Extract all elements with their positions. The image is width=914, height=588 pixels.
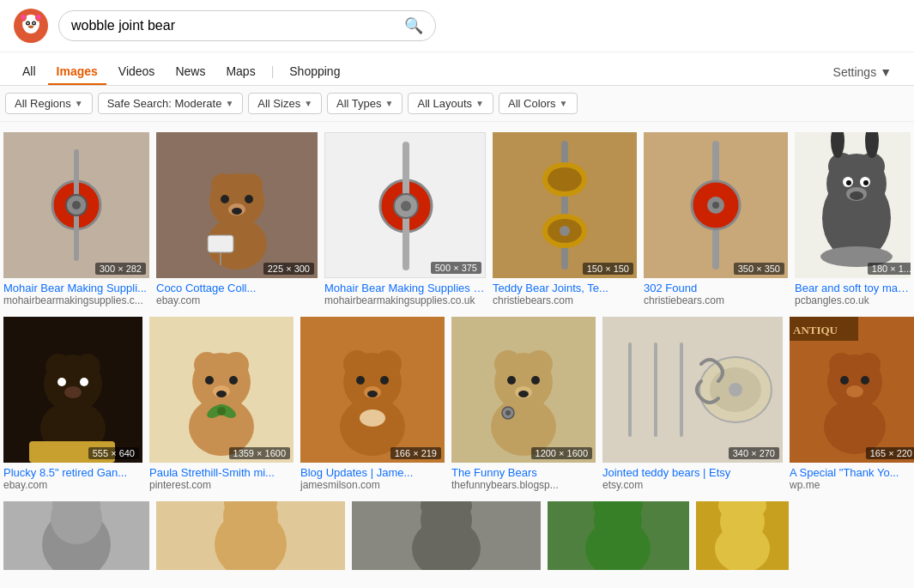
image-card[interactable]: 166 × 219 Blog Updates | Jame... jamesmi… (300, 317, 445, 491)
image-title: The Funny Bears (451, 466, 596, 479)
image-dimensions: 1200 × 1600 (531, 447, 592, 459)
svg-point-72 (217, 407, 226, 415)
svg-point-75 (343, 350, 371, 378)
svg-point-52 (850, 191, 863, 200)
image-source: mohairbearmakingsupplies.c... (3, 294, 149, 306)
nav-videos[interactable]: Videos (110, 59, 164, 85)
image-card[interactable]: 180 × 1... Bear and soft toy making pcba… (795, 132, 911, 306)
image-card[interactable]: 1359 × 1600 Paula Strethill-Smith mi... … (149, 317, 294, 491)
svg-point-78 (380, 376, 389, 385)
filter-types-arrow: ▼ (385, 99, 394, 108)
image-source: christiebears.com (644, 294, 788, 306)
filter-safe-search-label: Safe Search: Moderate (107, 97, 222, 110)
svg-point-67 (229, 376, 238, 385)
image-title: Blog Updates | Jame... (300, 466, 445, 479)
svg-point-104 (846, 385, 863, 397)
image-card[interactable]: 500 × 375 Mohair Bear Making Supplies Li… (324, 132, 486, 306)
nav-divider: | (271, 59, 275, 85)
filter-safe-search[interactable]: Safe Search: Moderate ▼ (98, 93, 244, 114)
filter-layouts-label: All Layouts (417, 97, 472, 110)
svg-point-32 (548, 167, 582, 191)
image-dimensions: 225 × 300 (263, 263, 314, 275)
svg-point-76 (374, 350, 402, 378)
image-title: Bear and soft toy making (795, 282, 911, 294)
nav-all[interactable]: All (14, 59, 45, 85)
image-card[interactable]: 225 × 300 Coco Cottage Coll... ebay.com (156, 132, 318, 306)
search-input[interactable] (71, 18, 397, 33)
nav-shopping[interactable]: Shopping (281, 59, 348, 85)
svg-point-66 (205, 376, 214, 385)
settings-button[interactable]: Settings ▼ (825, 60, 900, 84)
image-dimensions: 500 × 375 (431, 262, 481, 274)
image-dimensions: 166 × 219 (390, 447, 441, 459)
filter-types[interactable]: All Types ▼ (327, 93, 403, 114)
image-card[interactable]: 150 × 150 Teddy Bear Joints, Te... chris… (493, 132, 637, 306)
image-card[interactable]: 1200 × 1600 The Funny Bears thefunnybear… (451, 317, 596, 491)
svg-point-85 (525, 350, 553, 378)
nav-news[interactable]: News (166, 59, 214, 85)
svg-point-43 (828, 153, 856, 180)
svg-point-29 (401, 201, 411, 211)
svg-point-100 (829, 353, 853, 377)
svg-point-40 (712, 202, 719, 209)
image-card[interactable] (548, 501, 689, 570)
svg-point-103 (861, 376, 869, 385)
image-source: ebay.com (3, 479, 142, 491)
image-card[interactable] (3, 501, 149, 570)
image-card[interactable]: 555 × 640 Plucky 8.5" retired Gan... eba… (3, 317, 142, 491)
ddg-logo[interactable] (14, 9, 48, 43)
svg-point-60 (64, 386, 82, 398)
svg-point-102 (840, 376, 849, 385)
svg-rect-92 (628, 342, 632, 437)
svg-point-64 (194, 352, 220, 378)
filter-sizes-arrow: ▼ (304, 99, 312, 108)
filter-colors[interactable]: All Colors ▼ (499, 93, 578, 114)
filter-regions-label: All Regions (15, 97, 71, 110)
svg-rect-93 (654, 342, 657, 437)
image-dimensions: 1359 × 1600 (229, 447, 290, 459)
nav-links: All Images Videos News Maps | Shopping (14, 59, 825, 85)
filter-sizes-label: All Sizes (257, 97, 300, 110)
svg-point-9 (21, 15, 26, 20)
image-source: wp.me (790, 479, 914, 491)
nav-images[interactable]: Images (48, 59, 106, 85)
svg-text:ANTIQU: ANTIQU (793, 324, 838, 336)
image-title: Teddy Bear Joints, Te... (493, 282, 637, 294)
svg-point-21 (245, 195, 253, 203)
image-title: Mohair Bear Making Supplies Limite... (324, 282, 486, 294)
image-card[interactable]: 300 × 282 Mohair Bear Making Suppli... m… (3, 132, 149, 306)
nav-maps[interactable]: Maps (217, 59, 263, 85)
image-card[interactable] (156, 501, 345, 570)
image-row-1: 300 × 282 Mohair Bear Making Suppli... m… (3, 132, 911, 306)
image-card[interactable] (696, 501, 789, 570)
image-dimensions: 350 × 350 (734, 263, 784, 275)
image-title: Jointed teddy bears | Etsy (602, 466, 783, 479)
svg-point-65 (223, 352, 249, 378)
navigation: All Images Videos News Maps | Shopping S… (0, 52, 914, 86)
image-card[interactable] (352, 501, 541, 570)
image-card[interactable]: ANTIQU 165 × 220 A Special "Thank Yo... … (790, 317, 914, 491)
image-dimensions: 300 × 282 (95, 263, 146, 275)
image-grid: 300 × 282 Mohair Bear Making Suppli... m… (0, 122, 914, 580)
image-dimensions: 555 × 640 (88, 447, 139, 459)
image-title: 302 Found (644, 282, 788, 294)
svg-point-57 (75, 354, 100, 379)
image-source: etsy.com (602, 479, 783, 491)
svg-rect-30 (561, 141, 568, 270)
filter-layouts[interactable]: All Layouts ▼ (408, 93, 493, 114)
filter-sizes[interactable]: All Sizes ▼ (248, 93, 322, 114)
svg-point-59 (80, 378, 88, 386)
filter-colors-label: All Colors (508, 97, 556, 110)
svg-point-89 (518, 391, 529, 397)
search-button[interactable]: 🔍 (404, 16, 423, 35)
svg-point-5 (27, 22, 29, 24)
image-title: Plucky 8.5" retired Gan... (3, 466, 142, 479)
image-card[interactable]: 350 × 350 302 Found christiebears.com (644, 132, 788, 306)
filter-safe-arrow: ▼ (225, 99, 233, 108)
svg-point-23 (232, 208, 242, 215)
svg-point-18 (211, 173, 235, 197)
svg-point-91 (505, 410, 511, 415)
svg-point-36 (560, 226, 570, 236)
filter-regions[interactable]: All Regions ▼ (5, 93, 93, 114)
image-card[interactable]: 340 × 270 Jointed teddy bears | Etsy ets… (602, 317, 783, 491)
